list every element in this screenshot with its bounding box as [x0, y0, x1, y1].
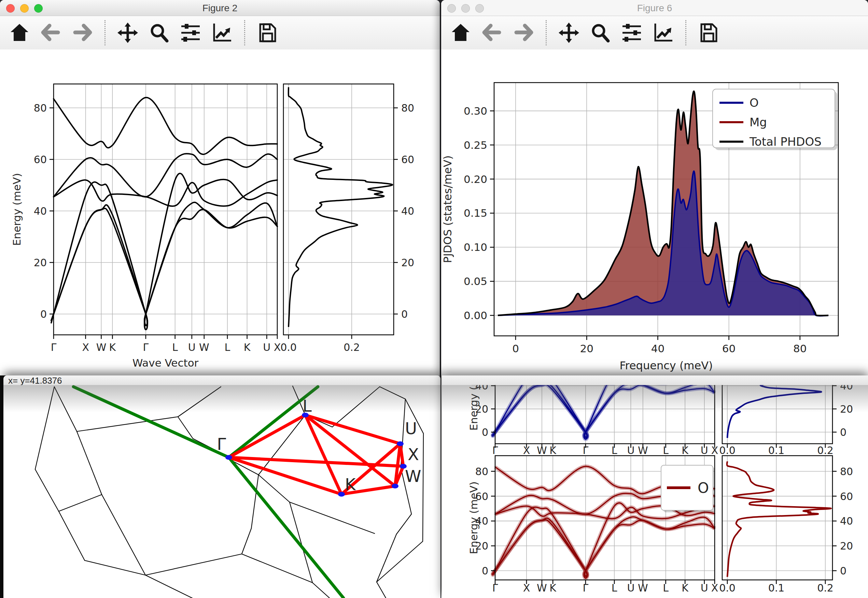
svg-text:Wave Vector: Wave Vector: [133, 357, 199, 369]
svg-text:L: L: [224, 341, 230, 353]
svg-text:40: 40: [651, 342, 664, 354]
svg-text:X: X: [711, 582, 718, 594]
svg-text:0.2: 0.2: [817, 444, 834, 456]
svg-text:W: W: [638, 582, 648, 594]
forward-icon[interactable]: [513, 22, 534, 43]
svg-text:Total PHDOS: Total PHDOS: [749, 135, 822, 148]
svg-text:0: 0: [840, 565, 847, 577]
statusbar-projected-bands[interactable]: [442, 375, 868, 385]
titlebar-figure-2[interactable]: Figure 2: [0, 0, 440, 16]
back-icon[interactable]: [482, 22, 503, 43]
svg-text:80: 80: [475, 466, 488, 477]
svg-text:0.0: 0.0: [280, 341, 297, 353]
svg-text:K: K: [682, 444, 689, 456]
svg-text:X: X: [408, 445, 419, 464]
svg-text:U: U: [701, 582, 708, 594]
svg-text:Energy (meV): Energy (meV): [10, 173, 23, 246]
svg-text:U: U: [701, 444, 708, 456]
customize-icon[interactable]: [211, 22, 232, 43]
svg-text:0: 0: [482, 565, 488, 577]
figure2-canvas-band-structure[interactable]: 020406080ΓXWKΓLUWLKUXEnergy (meV)Wave Ve…: [0, 49, 440, 377]
svg-text:Γ: Γ: [217, 435, 226, 454]
home-icon[interactable]: [450, 22, 471, 43]
zoom-rect-icon[interactable]: [148, 22, 170, 43]
svg-text:W: W: [638, 444, 648, 456]
svg-text:Γ: Γ: [143, 341, 149, 353]
svg-text:0.05: 0.05: [464, 275, 487, 287]
svg-text:K: K: [682, 582, 689, 594]
toolbar-separator: [244, 20, 245, 45]
zoom-rect-icon[interactable]: [590, 22, 611, 43]
svg-text:Wave Vector: Wave Vector: [572, 596, 638, 598]
svg-text:0.15: 0.15: [464, 207, 487, 219]
svg-text:0: 0: [40, 308, 47, 320]
window-brillouin-zone: x= y=41.8376 ΓLUXWK: [3, 375, 440, 598]
svg-text:K: K: [109, 341, 116, 353]
save-icon[interactable]: [698, 22, 719, 43]
svg-text:X: X: [523, 582, 530, 594]
svg-text:80: 80: [840, 466, 853, 477]
svg-text:K: K: [549, 582, 557, 594]
back-icon[interactable]: [40, 22, 61, 43]
save-icon[interactable]: [257, 22, 278, 43]
svg-text:U: U: [405, 419, 417, 438]
svg-text:0.1: 0.1: [768, 444, 785, 456]
svg-text:60: 60: [840, 490, 853, 502]
svg-text:0.0: 0.0: [719, 444, 735, 456]
svg-text:L: L: [612, 444, 617, 456]
toolbar-separator: [546, 20, 547, 45]
svg-text:Frequency (meV): Frequency (meV): [620, 359, 712, 372]
svg-text:W: W: [96, 341, 106, 353]
projected-bands-canvas[interactable]: 02040ΓXWKΓLUWLKUXEnergy (meV)0.00.10.202…: [442, 385, 868, 598]
brillouin-zone-canvas[interactable]: ΓLUXWK: [3, 385, 440, 598]
svg-text:0: 0: [840, 426, 847, 438]
pan-icon[interactable]: [558, 22, 579, 43]
svg-text:PJDOS (states/meV): PJDOS (states/meV): [441, 155, 454, 263]
svg-text:40: 40: [840, 385, 853, 392]
svg-text:0.10: 0.10: [464, 241, 487, 253]
svg-text:K: K: [345, 475, 356, 494]
customize-icon[interactable]: [652, 22, 674, 43]
svg-text:X: X: [711, 444, 718, 456]
svg-text:80: 80: [34, 102, 47, 114]
titlebar-figure-6[interactable]: Figure 6: [441, 0, 868, 16]
svg-text:0.2: 0.2: [344, 341, 360, 353]
svg-text:O: O: [750, 96, 759, 109]
svg-text:0.0: 0.0: [719, 582, 735, 594]
svg-text:Γ: Γ: [492, 444, 498, 456]
svg-text:W: W: [537, 444, 547, 456]
svg-text:L: L: [663, 582, 669, 594]
svg-text:60: 60: [722, 342, 735, 354]
svg-text:U: U: [188, 341, 196, 353]
window-title: Figure 2: [0, 3, 440, 13]
svg-text:W: W: [405, 466, 421, 486]
svg-text:20: 20: [840, 540, 853, 552]
svg-text:X: X: [82, 341, 89, 353]
svg-text:80: 80: [793, 342, 807, 354]
svg-text:O: O: [697, 480, 709, 496]
svg-text:60: 60: [34, 154, 47, 166]
svg-text:0.30: 0.30: [464, 105, 487, 117]
subplots-icon[interactable]: [180, 22, 201, 43]
statusbar-coordinates[interactable]: x= y=41.8376: [3, 375, 440, 385]
svg-text:20: 20: [401, 257, 414, 269]
forward-icon[interactable]: [72, 22, 93, 43]
cursor-coordinates: x= y=41.8376: [8, 375, 62, 386]
svg-text:60: 60: [401, 154, 414, 166]
svg-text:U: U: [627, 582, 635, 594]
svg-text:40: 40: [840, 515, 853, 527]
svg-text:U: U: [627, 444, 635, 456]
home-icon[interactable]: [9, 22, 30, 43]
svg-text:L: L: [172, 341, 178, 353]
svg-text:0.25: 0.25: [464, 139, 487, 151]
svg-text:20: 20: [34, 257, 47, 269]
svg-text:40: 40: [34, 205, 47, 217]
subplots-icon[interactable]: [621, 22, 642, 43]
svg-text:Γ: Γ: [583, 582, 589, 594]
svg-text:W: W: [199, 341, 210, 353]
svg-text:W: W: [537, 582, 547, 594]
svg-text:Γ: Γ: [492, 582, 498, 594]
svg-text:K: K: [244, 341, 251, 353]
pan-icon[interactable]: [117, 22, 138, 43]
svg-text:0: 0: [401, 308, 408, 320]
